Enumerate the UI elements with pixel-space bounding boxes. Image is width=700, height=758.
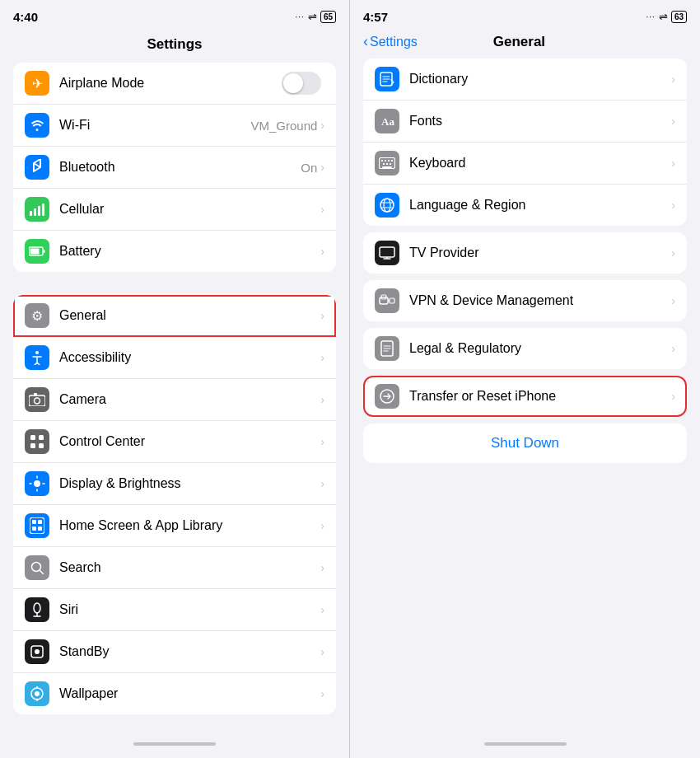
dictionary-label: Dictionary [409,72,671,87]
tv-chevron: › [671,246,675,260]
vpn-label: VPN & Device Management [409,293,671,308]
bottom-spacer-right [350,470,700,478]
svg-point-51 [384,199,390,212]
settings-item-wifi[interactable]: Wi-Fi VM_Ground › [13,105,336,147]
airplane-mode-toggle[interactable] [282,72,321,95]
left-wifi-icon: ⇌ [308,11,317,23]
general-label: General [59,308,320,323]
shutdown-button[interactable]: Shut Down [363,423,687,463]
keyboard-label: Keyboard [409,156,671,171]
right-item-legal[interactable]: Legal & Regulatory › [363,328,687,369]
settings-item-control-center[interactable]: Control Center › [13,421,336,463]
display-icon [25,471,49,496]
left-group-2: ⚙ General › Accessibility › Camera › [13,295,336,714]
svg-rect-45 [391,160,393,161]
settings-item-general[interactable]: ⚙ General › [13,295,336,337]
svg-point-50 [380,199,394,212]
svg-point-33 [35,691,40,696]
homescreen-chevron: › [320,519,324,532]
homescreen-icon [25,513,49,538]
dictionary-icon [375,67,399,91]
svg-rect-12 [39,435,44,440]
right-group-2: TV Provider › [363,232,687,274]
svg-rect-5 [44,250,45,253]
svg-text:Aa: Aa [381,115,394,128]
shutdown-group: Shut Down [363,423,687,463]
wallpaper-icon [25,681,49,706]
svg-rect-48 [390,163,391,165]
svg-rect-24 [38,526,42,531]
svg-point-31 [35,649,40,654]
svg-rect-43 [385,160,386,161]
svg-rect-47 [386,163,388,165]
general-chevron: › [320,309,324,322]
right-status-icons: ··· ⇌ 63 [646,11,687,23]
keyboard-icon [375,151,399,175]
general-icon: ⚙ [25,303,49,328]
settings-item-camera[interactable]: Camera › [13,379,336,421]
fonts-label: Fonts [409,114,671,129]
svg-rect-8 [29,395,45,406]
svg-rect-46 [383,163,385,165]
svg-line-26 [40,571,44,574]
bottom-spacer [13,714,336,731]
shutdown-label: Shut Down [491,435,559,452]
svg-rect-49 [382,166,392,168]
right-item-tv[interactable]: TV Provider › [363,232,687,274]
left-scroll[interactable]: ⚙ General › Accessibility › Camera › [13,295,336,733]
bluetooth-icon [25,155,49,180]
settings-item-cellular[interactable]: Cellular › [13,189,336,231]
settings-item-homescreen[interactable]: Home Screen & App Library › [13,505,336,547]
language-chevron: › [671,199,675,212]
legal-icon [375,336,399,361]
fonts-chevron: › [671,115,675,128]
transfer-label: Transfer or Reset iPhone [409,389,671,404]
transfer-chevron: › [671,390,675,403]
right-item-transfer[interactable]: Transfer or Reset iPhone › [363,376,687,417]
search-label: Search [59,560,320,575]
right-battery-icon: 63 [671,11,687,23]
transfer-icon [375,384,399,409]
right-time: 4:57 [363,10,388,24]
siri-label: Siri [59,602,320,617]
settings-item-airplane-mode[interactable]: ✈ Airplane Mode [13,63,336,105]
svg-rect-3 [42,204,44,216]
left-group-1: ✈ Airplane Mode Wi-Fi VM_Ground › Blueto… [13,63,336,272]
right-item-vpn[interactable]: VPN & Device Management › [363,280,687,321]
settings-item-display[interactable]: Display & Brightness › [13,463,336,505]
svg-rect-20 [30,517,44,534]
language-icon [375,193,399,218]
settings-item-battery[interactable]: Battery › [13,231,336,272]
svg-point-7 [35,351,39,354]
left-signal-icon: ··· [296,12,305,21]
settings-item-search[interactable]: Search › [13,547,336,589]
svg-rect-6 [30,249,40,255]
right-item-keyboard[interactable]: Keyboard › [363,143,687,185]
back-label: Settings [370,35,418,49]
right-wifi-icon: ⇌ [659,11,668,23]
right-item-fonts[interactable]: Aa Fonts › [363,101,687,143]
tv-label: TV Provider [409,246,671,260]
svg-rect-13 [30,443,35,448]
right-group-4: Legal & Regulatory › [363,328,687,369]
settings-item-bluetooth[interactable]: Bluetooth On › [13,147,336,189]
right-item-language[interactable]: Language & Region › [363,185,687,226]
svg-rect-2 [38,206,40,216]
right-scroll-area[interactable]: Dictionary › Aa Fonts › Keyboard › [350,58,700,733]
svg-rect-11 [30,435,35,440]
svg-rect-21 [32,520,36,524]
right-home-bar [484,742,567,746]
back-button[interactable]: ‹ Settings [363,33,418,50]
vpn-chevron: › [671,294,675,307]
right-item-dictionary[interactable]: Dictionary › [363,58,687,101]
legal-label: Legal & Regulatory [409,341,671,356]
siri-chevron: › [320,603,324,616]
right-status-bar: 4:57 ··· ⇌ 63 [350,0,700,30]
settings-item-standby[interactable]: StandBy › [13,631,336,673]
settings-item-wallpaper[interactable]: Wallpaper › [13,673,336,714]
settings-item-accessibility[interactable]: Accessibility › [13,337,336,379]
search-icon [25,555,49,580]
cellular-icon [25,197,49,222]
control-center-icon [25,429,49,454]
settings-item-siri[interactable]: Siri › [13,589,336,631]
